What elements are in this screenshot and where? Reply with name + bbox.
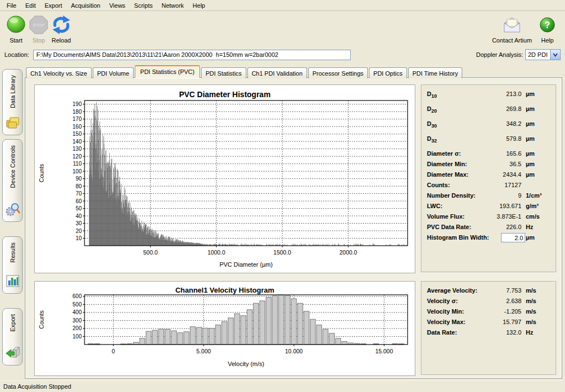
stat-unit: µm xyxy=(526,91,535,97)
contact-artium-label: Contact Artium xyxy=(492,37,532,44)
stat-unit: µm xyxy=(526,234,535,241)
menu-item-edit[interactable]: Edit xyxy=(21,1,40,10)
doppler-analysis-label: Doppler Analysis: xyxy=(476,51,523,58)
doppler-analysis-dropdown[interactable]: 2D PDI xyxy=(525,49,561,60)
svg-text:80: 80 xyxy=(76,183,82,189)
stat-unit: µm xyxy=(526,150,535,157)
tab-pdi-optics[interactable]: PDI Optics xyxy=(369,67,407,78)
toolbar: Start STOP Stop Reload xyxy=(0,11,565,49)
help-button[interactable]: ? Help xyxy=(537,14,558,44)
sidebar-item-data-library[interactable]: Data Library xyxy=(2,69,23,135)
svg-text:15.000: 15.000 xyxy=(375,348,393,354)
svg-text:50: 50 xyxy=(76,205,82,211)
tab-pdi-volume[interactable]: PDI Volume xyxy=(93,67,134,78)
contact-artium-button[interactable]: Contact Artium xyxy=(489,14,535,44)
menu-item-views[interactable]: Views xyxy=(105,1,130,10)
svg-text:200: 200 xyxy=(72,325,82,331)
location-label: Location: xyxy=(4,51,29,58)
svg-text:?: ? xyxy=(545,20,550,30)
tab-processor-settings[interactable]: Processor Settings xyxy=(308,67,368,78)
stat-row: Velocity Min:-1.205m/s xyxy=(427,307,550,317)
svg-text:Counts: Counts xyxy=(38,310,45,329)
stat-label: Data Rate: xyxy=(427,329,457,336)
main-area: Data LibraryDevice ControlsResultsExport… xyxy=(0,62,565,381)
svg-text:0: 0 xyxy=(112,348,115,354)
svg-text:600: 600 xyxy=(72,293,82,299)
stat-unit: cm/s xyxy=(526,213,540,220)
stat-label: D30 xyxy=(427,120,437,129)
svg-text:40: 40 xyxy=(76,213,82,219)
menu-item-network[interactable]: Network xyxy=(157,1,188,10)
stat-label: Volume Flux: xyxy=(427,213,464,220)
status-text: Data Acquisition Stopped xyxy=(3,383,71,390)
stat-row: Counts:17127 xyxy=(427,181,550,191)
stat-unit: µm xyxy=(526,120,535,127)
stat-value: 17127 xyxy=(504,182,521,188)
stat-value: 36.5 xyxy=(510,161,521,167)
help-icon: ? xyxy=(539,14,556,36)
stat-value: 269.8 xyxy=(506,105,521,112)
envelope-icon xyxy=(502,14,522,36)
sidebar-item-device-controls[interactable]: Device Controls xyxy=(2,139,23,222)
tab-ch1-velocity-vs-size[interactable]: Ch1 Velocity vs. Size xyxy=(26,67,92,78)
stat-row: Diameter σ:165.6µm xyxy=(427,149,550,160)
pvc-statistics-panel: D10213.0µmD20269.8µmD30348.2µmD32579.8µm… xyxy=(421,84,556,272)
status-bar: Data Acquisition Stopped xyxy=(0,380,565,392)
stat-unit: Hz xyxy=(526,329,533,336)
stop-button[interactable]: STOP Stop xyxy=(28,14,49,44)
svg-text:Channel1 Velocity Histogram: Channel1 Velocity Histogram xyxy=(175,286,274,294)
ch1-velocity-histogram-chart: Channel1 Velocity Histogram1002003004005… xyxy=(35,282,414,374)
tab-pdi-time-history[interactable]: PDI Time History xyxy=(408,67,463,78)
svg-text:500: 500 xyxy=(72,301,82,308)
menu-item-export[interactable]: Export xyxy=(40,1,67,10)
tab-ch1-pdi-validation[interactable]: Ch1 PDI Validation xyxy=(247,67,307,78)
sidebar-item-results[interactable]: Results xyxy=(2,236,23,294)
stat-label: Number Density: xyxy=(427,192,476,199)
stat-unit: µm xyxy=(526,135,535,142)
stat-unit: m/s xyxy=(526,298,536,304)
doppler-analysis-value: 2D PDI xyxy=(526,50,550,60)
stat-label: Velocity Min: xyxy=(427,308,464,315)
menu-item-acquisition[interactable]: Acquisition xyxy=(67,1,105,10)
stat-row: Velocity Max:15.797m/s xyxy=(427,317,550,328)
svg-text:Counts: Counts xyxy=(38,164,45,182)
stat-value: 165.6 xyxy=(506,150,521,157)
start-button[interactable]: Start xyxy=(6,14,27,44)
stat-label: D10 xyxy=(427,91,437,99)
svg-text:400: 400 xyxy=(72,309,82,315)
chevron-down-icon[interactable] xyxy=(550,50,560,60)
reload-button-label: Reload xyxy=(52,37,71,44)
export-arrow-icon xyxy=(6,346,20,361)
sidebar-item-export[interactable]: Export xyxy=(2,308,23,365)
stat-row: Volume Flux:3.873E-1cm/s xyxy=(427,212,550,223)
stat-row: Number Density:91/cm³ xyxy=(427,191,550,202)
bar-chart-icon xyxy=(6,274,20,289)
reload-button[interactable]: Reload xyxy=(51,14,72,44)
stat-value: 7.753 xyxy=(506,287,521,294)
stat-unit: m/s xyxy=(526,287,536,294)
stop-button-label: Stop xyxy=(33,37,45,44)
stat-value: 226.0 xyxy=(506,224,521,230)
stat-unit: µm xyxy=(526,161,535,167)
histogram-bin-width-input[interactable] xyxy=(501,233,525,242)
reload-icon xyxy=(51,14,72,36)
stat-label: Diameter Max: xyxy=(427,171,468,178)
pvc-diameter-histogram-panel: PVC Diameter Histogram102030405060708090… xyxy=(34,84,415,273)
stat-value: 9 xyxy=(518,192,521,199)
stat-unit: 1/cm³ xyxy=(526,192,542,199)
stat-value: 2.638 xyxy=(506,298,521,304)
stat-value: 2434.4 xyxy=(503,171,521,178)
stat-unit: Hz xyxy=(526,224,533,230)
svg-text:PVC Diameter Histogram: PVC Diameter Histogram xyxy=(179,90,271,99)
tab-pdi-statistics[interactable]: PDI Statistics xyxy=(201,67,246,78)
menu-item-scripts[interactable]: Scripts xyxy=(130,1,157,10)
menu-item-file[interactable]: File xyxy=(2,1,21,10)
stat-unit: µm xyxy=(526,105,535,112)
location-input[interactable] xyxy=(33,50,351,60)
menu-item-help[interactable]: Help xyxy=(188,1,210,10)
tab-pdi-statistics-pvc[interactable]: PDI Statistics (PVC) xyxy=(135,65,200,78)
svg-text:30: 30 xyxy=(76,220,82,226)
stat-row: Diameter Min:36.5µm xyxy=(427,160,550,170)
svg-text:300: 300 xyxy=(72,317,82,324)
tab-strip: Ch1 Velocity vs. SizePDI VolumePDI Stati… xyxy=(26,65,463,78)
